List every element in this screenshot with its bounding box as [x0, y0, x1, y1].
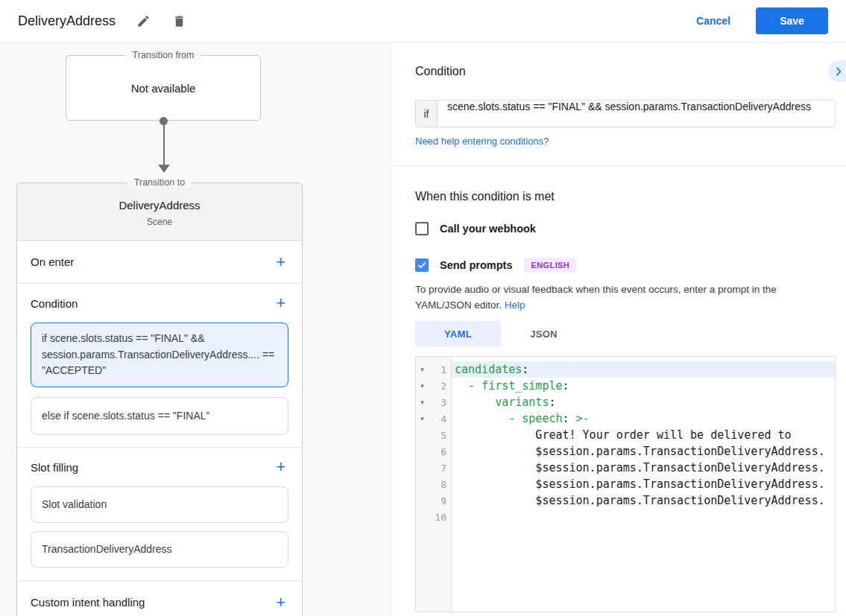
condition-rule[interactable]: else if scene.slots.status == "FINAL" [31, 397, 288, 436]
delete-scene-button[interactable] [171, 13, 187, 29]
trash-icon [172, 14, 186, 28]
on-enter-label: On enter [31, 255, 74, 268]
section-divider [393, 165, 846, 166]
condition-expression-input[interactable]: scene.slots.status == "FINAL" && session… [438, 101, 835, 127]
line-number: 2 [429, 381, 451, 392]
page-title: DeliveryAddress [18, 13, 116, 29]
code-line[interactable]: $session.params.TransactionDeliveryAddre… [452, 476, 835, 492]
if-label: if [416, 101, 438, 127]
line-number: 7 [429, 463, 451, 474]
custom-intent-label: Custom intent handling [31, 596, 145, 609]
chevron-right-icon [833, 66, 845, 77]
scene-name: DeliveryAddress [17, 199, 302, 212]
fold-arrow-icon[interactable]: ▾ [416, 399, 429, 406]
connector-arrowhead-icon [158, 165, 170, 173]
on-enter-section: On enter + [17, 241, 302, 284]
scene-type-label: Scene [17, 217, 302, 227]
when-condition-met-heading: When this condition is met [415, 190, 555, 203]
editor-gutter: ▾1▾2▾3▾45678910 [416, 357, 452, 612]
code-line[interactable]: $session.params.TransactionDeliveryAddre… [452, 492, 835, 509]
code-line[interactable]: - first_simple: [452, 378, 835, 394]
fold-arrow-icon[interactable]: ▾ [416, 366, 429, 373]
line-number: 9 [429, 495, 451, 507]
scene-graph-panel: Transition from Not available Transition… [0, 42, 393, 616]
line-number: 4 [429, 413, 451, 425]
editor-code-area[interactable]: candidates: - first_simple: variants: - … [452, 357, 835, 612]
line-number: 8 [429, 479, 451, 490]
add-slot-button[interactable]: + [273, 460, 288, 474]
conditions-help-link[interactable]: Need help entering conditions? [415, 136, 549, 147]
transition-to-legend: Transition to [127, 177, 192, 188]
slot-filling-section: Slot filling + Slot validationTransactio… [17, 448, 302, 581]
prompt-description: To provide audio or visual feedback when… [415, 282, 827, 313]
code-line[interactable]: $session.params.TransactionDeliveryAddre… [452, 443, 835, 460]
call-webhook-checkbox[interactable] [415, 222, 429, 235]
webhook-row: Call your webhook [415, 222, 536, 235]
tab-yaml[interactable]: YAML [415, 321, 501, 346]
code-line[interactable]: Great! Your order will be delivered to [452, 427, 835, 443]
code-line[interactable]: candidates: [452, 361, 835, 378]
add-custom-intent-button[interactable]: + [273, 595, 288, 610]
fold-arrow-icon[interactable]: ▾ [416, 415, 429, 422]
connector-line [163, 121, 165, 166]
condition-rule[interactable]: if scene.slots.status == "FINAL" && sess… [31, 323, 288, 387]
transition-from-legend: Transition from [126, 50, 201, 60]
slot-filling-label: Slot filling [31, 461, 78, 474]
condition-section: Condition + if scene.slots.status == "FI… [17, 284, 302, 448]
send-prompts-row: Send prompts ENGLISH [415, 258, 576, 273]
transition-from-box: Transition from Not available [66, 55, 261, 121]
line-number: 3 [429, 397, 451, 408]
add-on-enter-button[interactable]: + [273, 255, 288, 270]
send-prompts-checkbox[interactable] [415, 258, 429, 272]
help-link[interactable]: Help [505, 299, 525, 311]
condition-section-label: Condition [31, 297, 78, 310]
editor-tab-bar: YAMLJSON [415, 321, 587, 346]
language-badge: ENGLISH [524, 258, 576, 273]
edit-title-button[interactable] [135, 13, 151, 29]
fold-arrow-icon[interactable]: ▾ [416, 382, 429, 390]
call-webhook-label[interactable]: Call your webhook [440, 223, 536, 235]
code-line[interactable]: - speech: >- [452, 410, 835, 427]
code-line[interactable]: variants: [452, 394, 835, 410]
pencil-icon [136, 14, 151, 28]
top-bar: DeliveryAddress Cancel Save [0, 0, 846, 42]
send-prompts-label[interactable]: Send prompts [440, 259, 512, 271]
condition-heading: Condition [415, 65, 466, 78]
line-number: 10 [429, 512, 451, 523]
slot-item[interactable]: TransactionDeliveryAddress [31, 531, 288, 568]
line-number: 1 [429, 364, 451, 375]
save-button[interactable]: Save [756, 7, 828, 34]
prompt-description-text: To provide audio or visual feedback when… [415, 284, 777, 311]
code-line[interactable] [452, 509, 835, 525]
condition-list: if scene.slots.status == "FINAL" && sess… [31, 323, 288, 447]
yaml-editor: ▾1▾2▾3▾45678910 candidates: - first_simp… [415, 356, 836, 612]
condition-detail-panel: Condition if scene.slots.status == "FINA… [393, 42, 846, 616]
line-number: 6 [429, 446, 451, 457]
transition-to-card: Transition to DeliveryAddress Scene On e… [16, 182, 303, 616]
slot-item[interactable]: Slot validation [31, 486, 288, 523]
code-line[interactable]: $session.params.TransactionDeliveryAddre… [452, 460, 835, 476]
condition-expression-row: if scene.slots.status == "FINAL" && sess… [415, 100, 836, 127]
slot-list: Slot validationTransactionDeliveryAddres… [31, 486, 288, 580]
tab-json[interactable]: JSON [501, 321, 587, 346]
cancel-button[interactable]: Cancel [696, 15, 730, 27]
collapse-panel-button[interactable] [828, 60, 846, 82]
line-number: 5 [429, 430, 451, 441]
custom-intent-section: Custom intent handling + [17, 581, 302, 616]
scene-card-header[interactable]: DeliveryAddress Scene [17, 183, 302, 241]
transition-from-value: Not available [131, 82, 196, 95]
add-condition-button[interactable]: + [273, 296, 288, 311]
